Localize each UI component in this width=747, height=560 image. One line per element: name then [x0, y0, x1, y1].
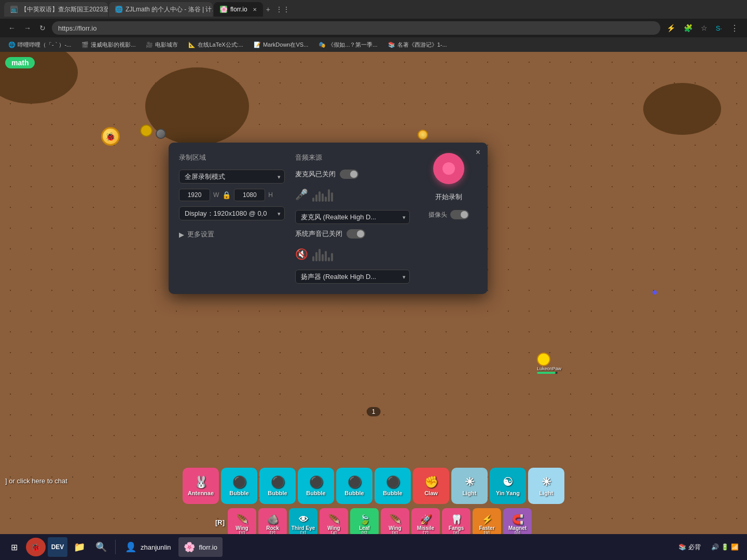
- coin-top: [418, 130, 428, 140]
- camera-row: 摄像头: [428, 210, 469, 219]
- address-bar[interactable]: https://florr.io: [52, 21, 660, 35]
- tab-2[interactable]: 🌐 ZJLmath 的个人中心 - 洛谷 | 计...: [109, 2, 213, 17]
- bubble3-label: Bubble: [306, 490, 325, 496]
- bookmark-7[interactable]: 📚名著《西游记》1-...: [384, 40, 451, 50]
- bookmark-1[interactable]: 🌐哔哩哔哩（「- ` ）-...: [4, 40, 75, 50]
- slot-antennae[interactable]: 🐰 Antennae: [183, 468, 219, 504]
- faster-icon: ⚡: [481, 514, 493, 525]
- speaker-device-select[interactable]: 扬声器 (Realtek High D...: [295, 270, 410, 284]
- app-zhanjunlin[interactable]: 👤 zhanjunlin: [120, 537, 176, 557]
- files-icon: 📁: [74, 541, 85, 553]
- game-icon-btn[interactable]: 🐞: [26, 538, 46, 556]
- forward-btn[interactable]: →: [22, 22, 33, 34]
- mode-select-wrapper[interactable]: 全屏录制模式: [179, 170, 285, 184]
- more-btn[interactable]: ⋮: [728, 21, 741, 35]
- slot-bubble-5[interactable]: ⚫ Bubble: [375, 468, 411, 504]
- dev-icon: DEV: [51, 543, 64, 551]
- audio-source-col: 音频来源 麦克风已关闭 🎤: [295, 153, 410, 284]
- windows-btn[interactable]: ⊞: [4, 537, 24, 557]
- slot-bubble-2[interactable]: ⚫ Bubble: [259, 468, 296, 504]
- slot-faster[interactable]: ⚡ Faster [9]: [473, 508, 501, 537]
- zhanjunlin-icon: 👤: [125, 541, 136, 553]
- app-florr[interactable]: 🌸 florr.io: [178, 537, 223, 557]
- mic-toggle[interactable]: [340, 170, 358, 179]
- search-icon: 🔍: [95, 541, 107, 553]
- bookmark-4[interactable]: 📐在线LaTeX公式:...: [184, 40, 247, 50]
- dev-btn[interactable]: DEV: [48, 537, 67, 557]
- slot-thirdeye[interactable]: 👁 Third Eye [3]: [289, 508, 317, 537]
- tab-1[interactable]: 📺 【中英双语】查尔斯国王2023至...: [4, 2, 108, 17]
- display-select[interactable]: Display：1920x1080 @ 0,0: [179, 206, 285, 220]
- score-indicator: 1: [367, 407, 381, 416]
- bookmark-2[interactable]: 🎬漫威电影的视影...: [77, 40, 140, 50]
- sbar-1: [312, 256, 314, 261]
- slot-wing-1[interactable]: 🪶 Wing [1]: [228, 508, 256, 537]
- slot-wing-3[interactable]: 🪶 Wing [6]: [381, 508, 409, 537]
- mic-row: 麦克风已关闭: [295, 170, 410, 179]
- bookmark-5[interactable]: 📝MarkDown在VS...: [250, 40, 312, 50]
- taskbar-sep-1: [115, 540, 116, 554]
- slot-leaf[interactable]: 🍃 Leaf [5]: [350, 508, 379, 537]
- biben-btn[interactable]: 📚 必背: [674, 541, 705, 554]
- star-btn[interactable]: ☆: [699, 22, 710, 34]
- more-settings-btn[interactable]: ▶ 更多设置: [179, 230, 285, 239]
- slot-missile[interactable]: 🚀 Missile [7]: [411, 508, 440, 537]
- back-btn[interactable]: ←: [6, 22, 18, 34]
- light2-label: Light: [540, 490, 554, 496]
- slot-light-2[interactable]: ✳ Light: [528, 468, 564, 504]
- lightning-btn[interactable]: ⚡: [665, 22, 677, 34]
- slot-rock[interactable]: 🪨 Rock [2]: [258, 508, 287, 537]
- fangs-icon: 🦷: [451, 514, 462, 525]
- height-input[interactable]: [234, 189, 265, 201]
- mode-select[interactable]: 全屏录制模式: [179, 170, 285, 184]
- chat-text[interactable]: ] or click here to chat: [5, 477, 67, 485]
- slot-yinyang[interactable]: ☯ Yin Yang: [490, 468, 526, 504]
- player-light-label: LukeonPaw: [537, 366, 561, 371]
- record-inner: [442, 162, 455, 175]
- display-select-wrapper[interactable]: Display：1920x1080 @ 0,0: [179, 206, 285, 220]
- width-input[interactable]: [179, 189, 210, 201]
- florr-icon: 🌸: [184, 541, 195, 553]
- record-button[interactable]: [433, 153, 464, 184]
- slot-bubble-4[interactable]: ⚫ Bubble: [336, 468, 372, 504]
- mic-device-select[interactable]: 麦克风 (Realtek High D...: [295, 210, 410, 224]
- refresh-btn[interactable]: ↻: [37, 22, 48, 34]
- h-label: H: [268, 191, 273, 199]
- slot-magnet[interactable]: 🧲 Magnet [0]: [503, 508, 532, 537]
- tab-label-1: 【中英双语】查尔斯国王2023至...: [21, 5, 108, 14]
- camera-toggle[interactable]: [450, 210, 469, 219]
- bookmark-6[interactable]: 🎭《假如...？第一季...: [314, 40, 381, 50]
- tab-close-3[interactable]: ✕: [253, 7, 257, 12]
- biben-label: 必背: [688, 543, 701, 552]
- speaker-device-wrapper[interactable]: 扬声器 (Realtek High D...: [295, 270, 410, 284]
- mic-device-wrapper[interactable]: 麦克风 (Realtek High D...: [295, 210, 410, 224]
- dialog-close-btn[interactable]: ×: [476, 148, 480, 157]
- tab-3[interactable]: 🌸 florr.io ✕: [214, 2, 263, 17]
- profile-btn[interactable]: S·: [714, 22, 724, 34]
- item-slots-main: 🐰 Antennae ⚫ Bubble ⚫ Bubble ⚫ Bubble ⚫ …: [183, 468, 564, 504]
- slot-wing-2[interactable]: 🪶 Wing [4]: [320, 508, 348, 537]
- sbar-2: [315, 252, 317, 261]
- extension-btn[interactable]: 🧩: [682, 22, 695, 34]
- slot-claw[interactable]: ✊ Claw: [413, 468, 449, 504]
- sbar-7: [331, 253, 333, 261]
- tab-favicon-1: 📺: [10, 6, 18, 13]
- slot-light-1[interactable]: ✳ Light: [451, 468, 488, 504]
- tab-menu-btn[interactable]: ⋮⋮: [273, 3, 292, 16]
- files-btn[interactable]: 📁: [70, 537, 89, 557]
- bookmark-3[interactable]: 🎥电影城市: [142, 40, 182, 50]
- new-tab-btn[interactable]: +: [264, 3, 272, 16]
- player-name-tag: math: [5, 57, 35, 68]
- slot-bubble-1[interactable]: ⚫ Bubble: [221, 468, 257, 504]
- slot-fangs[interactable]: 🦷 Fangs [8]: [442, 508, 471, 537]
- sys-audio-toggle[interactable]: [347, 229, 365, 239]
- rock-icon: 🪨: [267, 514, 279, 525]
- camera-knob: [461, 211, 468, 218]
- bookmarks-bar: 🌐哔哩哔哩（「- ` ）-... 🎬漫威电影的视影... 🎥电影城市 📐在线La…: [0, 37, 747, 52]
- search-btn[interactable]: 🔍: [91, 537, 111, 557]
- slot-bubble-3[interactable]: ⚫ Bubble: [298, 468, 334, 504]
- record-section-title: 录制区域: [179, 153, 285, 162]
- leaf-icon: 🍃: [359, 514, 370, 525]
- more-settings-label: 更多设置: [187, 230, 214, 239]
- sys-tray[interactable]: 🔊 🔋 📶: [707, 541, 743, 553]
